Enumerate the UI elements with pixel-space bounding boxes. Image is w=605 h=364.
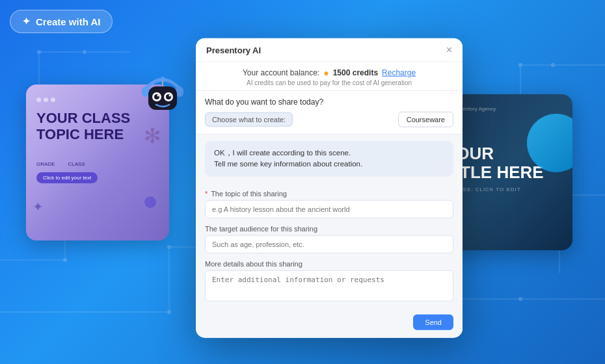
topic-field: * The topic of this sharing <box>205 189 453 218</box>
svg-point-4 <box>167 245 171 249</box>
recharge-link[interactable]: Recharge <box>382 68 416 77</box>
grade-label: GRADE <box>36 161 55 167</box>
form-section: * The topic of this sharing The target a… <box>196 183 463 337</box>
dialog-body: What do you want to share today? Choose … <box>196 91 463 338</box>
sparkle-icon: ✦ <box>22 16 31 27</box>
chat-tag: Choose what to create: <box>205 112 293 127</box>
create-badge-label: Create with AI <box>36 16 100 27</box>
svg-point-11 <box>551 63 555 67</box>
balance-section: Your account balance: ● 1500 credits Rec… <box>196 62 463 91</box>
coin-icon: ● <box>323 68 329 78</box>
ai-dialog: Presentory AI × Your account balance: ● … <box>196 38 463 338</box>
required-marker: * <box>205 189 208 197</box>
send-button[interactable]: Send <box>413 314 453 330</box>
chat-section: What do you want to share today? Choose … <box>196 91 463 135</box>
class-label: CLASS <box>68 161 85 167</box>
topic-label: * The topic of this sharing <box>205 189 453 197</box>
balance-label: Your account balance: <box>243 68 319 77</box>
dialog-title: Presentory AI <box>206 45 261 55</box>
svg-point-32 <box>169 95 171 97</box>
audience-input[interactable] <box>205 235 453 253</box>
create-ai-badge[interactable]: ✦ Create with AI <box>10 10 113 33</box>
details-textarea[interactable] <box>205 270 453 301</box>
topic-input[interactable] <box>205 200 453 218</box>
chat-question: What do you want to share today? <box>205 98 453 107</box>
bot-reply: OK，I will create according to this scene… <box>205 141 453 177</box>
edit-text-btn: Click to edit your text <box>36 172 98 183</box>
svg-point-7 <box>63 258 67 262</box>
svg-point-23 <box>83 50 87 54</box>
close-button[interactable]: × <box>446 45 452 55</box>
dialog-header: Presentory AI × <box>196 38 463 62</box>
courseware-button[interactable]: Courseware <box>398 112 453 127</box>
svg-point-22 <box>37 50 41 54</box>
svg-point-15 <box>518 297 522 301</box>
balance-note: AI credits can be used to pay for the co… <box>206 79 452 86</box>
audience-field: The target audience for this sharing <box>205 224 453 253</box>
svg-point-34 <box>161 77 165 81</box>
svg-point-10 <box>518 63 522 67</box>
svg-point-31 <box>157 95 159 97</box>
svg-point-3 <box>167 310 171 314</box>
robot-mascot <box>137 68 189 120</box>
credits-value: 1500 credits <box>333 68 378 77</box>
details-field: More details about this sharing <box>205 259 453 304</box>
audience-label: The target audience for this sharing <box>205 224 453 232</box>
details-label: More details about this sharing <box>205 259 453 267</box>
right-card-subtitle: COURSE: CLICK TO EDIT <box>445 187 563 192</box>
right-card-logo: ⬡ Presentory Agency <box>445 106 563 112</box>
